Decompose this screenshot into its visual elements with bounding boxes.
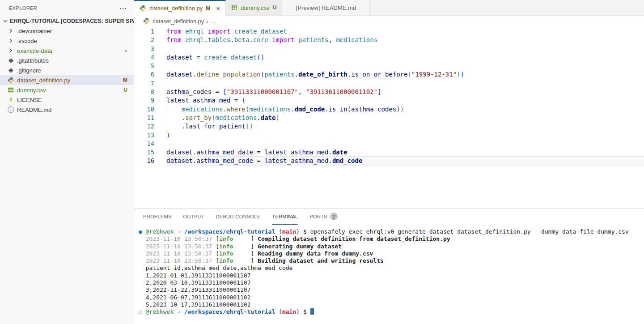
line-number: 2 [134,36,166,44]
line-number: 7 [134,79,166,88]
line-number: 13 [134,131,166,140]
file-label: .gitattributes [17,57,134,64]
tab-dataset-definition-py[interactable]: dataset_definition.pyM× [134,0,226,16]
python-icon [140,5,146,12]
file-row-license[interactable]: LICENSE [0,95,134,105]
code-line-12[interactable]: 12 .last_for_patient() [134,122,644,131]
code-line-text: from ehrql.tables.beta.core import patie… [166,36,644,44]
file-row--devcontainer[interactable]: .devcontainer [0,26,134,36]
code-line-16[interactable]: 16dataset.asthma_med_code = latest_asthm… [134,157,644,165]
code-line-1[interactable]: 1from ehrql import create_dataset [134,27,644,36]
chevron-right-icon [7,37,14,44]
code-line-6[interactable]: 6dataset.define_population(patients.date… [134,70,644,79]
terminal-line: patient_id,asthma_med_date,asthma_med_co… [139,264,644,272]
code-line-4[interactable]: 4dataset = create_dataset() [134,53,644,62]
line-number: 14 [134,140,166,148]
explorer-sidebar: EXPLORER ⋯ EHRQL-TUTORIAL [CODESPACES: S… [0,0,134,324]
terminal-line: 4,2021-06-07,39113611000001102 [139,294,644,301]
file-row-readme-md[interactable]: ⓘREADME.md [0,105,134,115]
line-number: 12 [134,122,166,131]
panel-tab-label: PORTS [309,214,327,219]
panel-tab-output[interactable]: OUTPUT [183,209,204,225]
chevron-right-icon [7,27,14,34]
code-line-text [166,62,644,70]
terminal-line: 2023-11-10 13:50:37 [info ] Compiling da… [139,235,644,243]
panel-tab-debug-console[interactable]: DEBUG CONSOLE [216,209,261,225]
breadcrumb[interactable]: dataset_definition.py › … [134,16,644,27]
code-line-9[interactable]: 9latest_asthma_med = ( [134,96,644,105]
breadcrumb-separator-icon: › [207,18,208,25]
tab-label: dataset_definition.py [149,5,203,12]
editor-area: dataset_definition.pyM×dummy.csvU[Previe… [134,0,644,324]
git-status-badge: M [123,77,127,83]
code-line-13[interactable]: 13) [134,131,644,140]
line-number: 16 [134,157,166,165]
line-number: 6 [134,70,166,79]
close-icon[interactable]: × [216,4,220,12]
code-line-10[interactable]: 10 medications.where(medications.dmd_cod… [134,105,644,114]
file-label: dummy.csv [17,87,123,94]
terminal[interactable]: ● @rebkwok → /workspaces/ehrql-tutorial … [134,225,644,324]
git-icon [7,58,14,64]
file-row--vscode[interactable]: .vscode [0,36,134,46]
code-line-text: ) [166,131,644,140]
line-number: 5 [134,62,166,70]
code-line-14[interactable]: 14 [134,140,644,148]
file-row--gitattributes[interactable]: .gitattributes [0,55,134,65]
line-number: 10 [134,105,166,114]
line-number: 4 [134,53,166,62]
line-number: 15 [134,148,166,157]
code-line-text: latest_asthma_med = ( [166,96,644,105]
breadcrumb-file[interactable]: dataset_definition.py [153,18,204,25]
panel-tab-label: OUTPUT [183,214,204,219]
code-editor[interactable]: 1from ehrql import create_dataset2from e… [134,27,644,208]
code-line-text: asthma_codes = ["39113311000001107", "39… [166,88,644,96]
file-row-example-data[interactable]: example-data● [0,46,134,55]
panel-tab-terminal[interactable]: TERMINAL [272,209,298,225]
line-number: 1 [134,27,166,36]
code-line-text [166,45,644,53]
code-line-text: dataset = create_dataset() [166,53,644,62]
terminal-cursor [310,308,314,315]
file-tree: .devcontainer.vscodeexample-data●.gitatt… [0,26,134,115]
explorer-title: EXPLORER [9,5,37,11]
git-status-badge: U [123,87,127,93]
git-change-dot-icon: ● [124,48,127,53]
tab--preview-readme-md[interactable]: [Preview] README.md [282,0,370,15]
code-line-15[interactable]: 15dataset.asthma_med_date = latest_asthm… [134,148,644,157]
file-row-dataset-definition-py[interactable]: dataset_definition.pyM [0,75,134,85]
file-label: .vscode [17,38,134,44]
explorer-header: EXPLORER ⋯ [0,0,134,16]
line-number: 9 [134,96,166,105]
code-line-11[interactable]: 11 .sort_by(medications.date) [134,114,644,122]
panel-tab-problems[interactable]: PROBLEMS [143,209,172,225]
workspace-root-label: EHRQL-TUTORIAL [CODESPACES: SUPER SPACE … [10,18,134,24]
more-actions-icon[interactable]: ⋯ [119,4,127,13]
breadcrumb-more[interactable]: … [211,18,217,25]
csv-icon [7,87,14,93]
terminal-line: 2023-11-10 13:50:37 [info ] Reading dumm… [139,250,644,257]
workspace-root-row[interactable]: EHRQL-TUTORIAL [CODESPACES: SUPER SPACE … [0,16,134,26]
code-line-text: .last_for_patient() [166,122,644,131]
terminal-line: 5,2023-10-17,39113611000001102 [139,301,644,308]
line-number: 3 [134,45,166,53]
panel-tab-ports[interactable]: PORTS2 [309,209,337,225]
code-line-5[interactable]: 5 [134,62,644,70]
tab-dummy-csv[interactable]: dummy.csvU [226,0,282,15]
file-row-dummy-csv[interactable]: dummy.csvU [0,85,134,95]
code-line-text: dataset.define_population(patients.date_… [166,70,644,79]
python-icon [7,77,14,84]
code-line-7[interactable]: 7 [134,79,644,88]
file-label: .gitignore [17,67,134,74]
code-line-text: .sort_by(medications.date) [166,114,644,122]
code-line-3[interactable]: 3 [134,45,644,53]
terminal-line: 1,2021-01-01,39113311000001107 [139,272,644,279]
panel-tab-bar: PROBLEMSOUTPUTDEBUG CONSOLETERMINALPORTS… [134,209,644,225]
file-label: README.md [17,107,134,113]
file-label: dataset_definition.py [17,77,123,84]
code-line-2[interactable]: 2from ehrql.tables.beta.core import pati… [134,36,644,44]
file-row--gitignore[interactable]: .gitignore [0,65,134,75]
python-icon [143,17,150,26]
code-line-8[interactable]: 8asthma_codes = ["39113311000001107", "3… [134,88,644,96]
terminal-line: 3,2022-11-22,39113311000001107 [139,286,644,294]
